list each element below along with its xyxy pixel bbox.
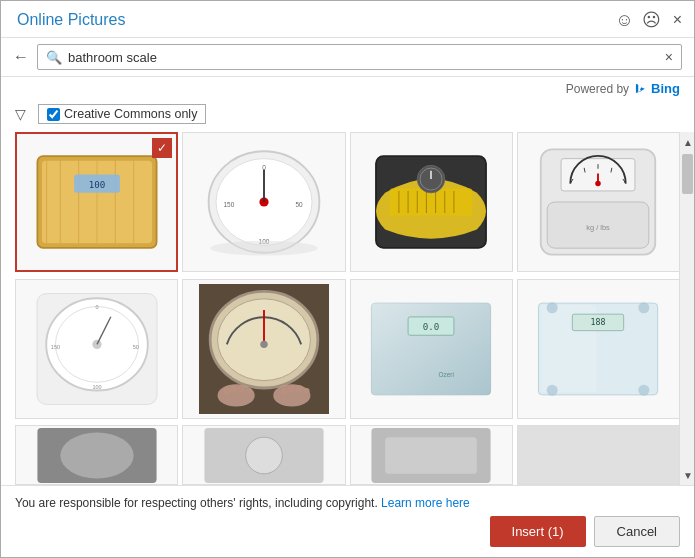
svg-text:kg / lbs: kg / lbs bbox=[587, 223, 611, 232]
image-cell-4[interactable]: kg / lbs bbox=[517, 132, 680, 272]
svg-point-78 bbox=[639, 302, 650, 313]
footer-text-main: You are responsible for respecting other… bbox=[15, 496, 378, 510]
search-bar: ← 🔍 × bbox=[1, 38, 694, 77]
image-cell-2[interactable]: 0 50 100 150 bbox=[182, 132, 345, 272]
footer-buttons: Insert (1) Cancel bbox=[15, 516, 680, 547]
selected-badge: ✓ bbox=[152, 138, 172, 158]
image-cell-6[interactable] bbox=[182, 279, 345, 419]
svg-point-39 bbox=[596, 181, 602, 187]
svg-text:0.0: 0.0 bbox=[423, 320, 440, 331]
title-bar: Online Pictures ☺ ☹ × bbox=[1, 1, 694, 38]
svg-point-60 bbox=[238, 385, 245, 392]
svg-point-76 bbox=[639, 384, 650, 395]
creative-commons-filter[interactable]: Creative Commons only bbox=[38, 104, 206, 124]
image-grid: 100 ✓ 0 50 100 150 bbox=[15, 132, 680, 421]
search-input[interactable] bbox=[68, 50, 665, 65]
search-box: 🔍 × bbox=[37, 44, 682, 70]
filter-bar: ▽ Creative Commons only bbox=[1, 100, 694, 132]
scale-image-10 bbox=[199, 428, 329, 483]
scale-image-3 bbox=[366, 147, 496, 257]
creative-commons-checkbox[interactable] bbox=[47, 108, 60, 121]
svg-point-80 bbox=[60, 432, 133, 478]
svg-point-59 bbox=[230, 385, 237, 392]
image-cell-12[interactable] bbox=[517, 425, 680, 485]
svg-text:50: 50 bbox=[132, 344, 138, 350]
dialog-title: Online Pictures bbox=[17, 11, 126, 29]
scale-image-7: 0.0 Ozeri bbox=[366, 294, 496, 404]
insert-button[interactable]: Insert (1) bbox=[490, 516, 586, 547]
footer: You are responsible for respecting other… bbox=[1, 485, 694, 557]
scale-image-6 bbox=[199, 284, 329, 414]
image-cell-3[interactable] bbox=[350, 132, 513, 272]
close-button[interactable]: × bbox=[673, 11, 682, 29]
footer-disclaimer: You are responsible for respecting other… bbox=[15, 496, 680, 510]
image-cell-10[interactable] bbox=[182, 425, 345, 485]
filter-icon[interactable]: ▽ bbox=[15, 106, 26, 122]
scroll-thumb[interactable] bbox=[682, 154, 693, 194]
svg-point-63 bbox=[288, 385, 295, 392]
svg-point-64 bbox=[295, 385, 302, 392]
bing-icon bbox=[633, 82, 647, 96]
scrollbar[interactable]: ▲ ▼ bbox=[679, 132, 694, 485]
svg-text:Ozeri: Ozeri bbox=[439, 370, 454, 377]
bing-logo: Bing bbox=[633, 81, 680, 96]
smiley-icon[interactable]: ☺ bbox=[615, 10, 633, 31]
svg-point-65 bbox=[304, 388, 310, 394]
scroll-up-arrow[interactable]: ▲ bbox=[680, 132, 694, 152]
image-cell-1[interactable]: 100 ✓ bbox=[15, 132, 178, 272]
svg-point-61 bbox=[246, 388, 252, 394]
scroll-down-arrow[interactable]: ▼ bbox=[680, 465, 694, 485]
svg-point-58 bbox=[223, 388, 230, 395]
learn-more-link[interactable]: Learn more here bbox=[381, 496, 470, 510]
svg-text:0: 0 bbox=[95, 304, 98, 310]
powered-by-bar: Powered by Bing bbox=[1, 77, 694, 100]
image-cell-8[interactable]: 188 bbox=[517, 279, 680, 419]
bing-text: Bing bbox=[651, 81, 680, 96]
powered-by-label: Powered by bbox=[566, 82, 629, 96]
creative-commons-label: Creative Commons only bbox=[64, 107, 197, 121]
back-button[interactable]: ← bbox=[13, 48, 29, 66]
image-grid-area: 100 ✓ 0 50 100 150 bbox=[1, 132, 694, 485]
svg-point-18 bbox=[210, 241, 317, 256]
scale-image-11 bbox=[366, 428, 496, 483]
search-clear-button[interactable]: × bbox=[665, 49, 673, 65]
scale-image-2: 0 50 100 150 bbox=[199, 142, 329, 262]
scale-image-9 bbox=[32, 428, 162, 483]
svg-text:188: 188 bbox=[591, 317, 606, 327]
svg-point-77 bbox=[547, 302, 558, 313]
scale-image-4: kg / lbs bbox=[533, 142, 663, 262]
cancel-button[interactable]: Cancel bbox=[594, 516, 680, 547]
svg-text:0: 0 bbox=[262, 164, 266, 171]
scale-image-5: 0 50 100 150 bbox=[32, 289, 162, 409]
image-cell-7[interactable]: 0.0 Ozeri bbox=[350, 279, 513, 419]
title-bar-icons: ☺ ☹ × bbox=[615, 9, 682, 31]
image-cell-9[interactable] bbox=[15, 425, 178, 485]
scale-image-8: 188 bbox=[533, 294, 663, 404]
svg-point-75 bbox=[547, 384, 558, 395]
image-cell-11[interactable] bbox=[350, 425, 513, 485]
svg-point-55 bbox=[260, 340, 267, 347]
search-icon: 🔍 bbox=[46, 50, 62, 65]
svg-text:100: 100 bbox=[88, 179, 105, 190]
scale-image-1: 100 bbox=[32, 147, 162, 257]
svg-point-82 bbox=[246, 437, 283, 474]
image-cell-5[interactable]: 0 50 100 150 bbox=[15, 279, 178, 419]
svg-text:150: 150 bbox=[50, 344, 59, 350]
svg-text:50: 50 bbox=[295, 201, 303, 208]
sad-icon[interactable]: ☹ bbox=[642, 9, 661, 31]
svg-rect-84 bbox=[385, 437, 477, 474]
svg-text:100: 100 bbox=[92, 383, 101, 389]
svg-point-62 bbox=[281, 388, 288, 395]
svg-text:150: 150 bbox=[223, 201, 234, 208]
